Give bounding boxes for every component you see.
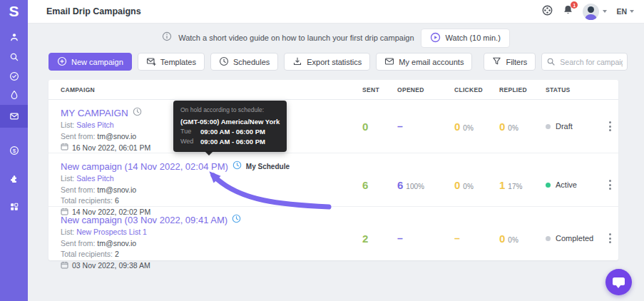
new-campaign-label: New campaign	[71, 58, 123, 66]
clicked-percent: 0%	[463, 183, 473, 190]
sidebar-item-integrations[interactable]	[0, 170, 28, 190]
tooltip-schedule-row: Wed 09:00 AM - 06:00 PM	[180, 138, 280, 146]
envelope-icon	[384, 56, 394, 68]
column-header-opened: OPENED	[397, 86, 454, 93]
tooltip-timezone: (GMT-05:00) America/New York	[180, 118, 280, 126]
search-icon	[9, 51, 20, 63]
campaign-date: 16 Nov 2022, 06:01 PM	[72, 143, 150, 152]
person-icon	[9, 31, 20, 43]
schedule-clock-icon[interactable]	[232, 160, 242, 173]
list-link[interactable]: Sales Pitch	[76, 174, 114, 183]
recipients-value: 2	[115, 250, 119, 258]
row-menu-button[interactable]	[606, 118, 614, 134]
my-email-accounts-button[interactable]: My email accounts	[376, 53, 472, 71]
table-row: New campaign (14 Nov 2022, 02:04 PM) My …	[48, 153, 618, 207]
sidebar-item-deliverability[interactable]	[0, 85, 28, 105]
notification-badge: 1	[571, 1, 578, 9]
schedules-button[interactable]: Schedules	[210, 53, 278, 71]
filters-label: Filters	[506, 58, 527, 66]
templates-button[interactable]: Templates	[138, 53, 205, 71]
replied-percent: 0%	[508, 236, 518, 244]
recipients-label: Total recipients:	[61, 196, 113, 205]
opened-value: 6	[397, 179, 403, 191]
notifications-button[interactable]: 1	[563, 4, 573, 19]
funnel-icon	[492, 56, 501, 67]
topbar-actions: 1 EN	[541, 4, 634, 20]
schedule-clock-icon[interactable]	[232, 213, 241, 226]
sent-value: 0	[362, 121, 368, 133]
email-drip-campaigns-page: S $	[0, 0, 644, 301]
status-badge: Active	[556, 180, 577, 189]
schedule-tooltip: On hold according to schedule: (GMT-05:0…	[173, 101, 287, 152]
sidebar-item-prospects[interactable]	[0, 27, 28, 47]
envelope-plus-icon	[146, 56, 156, 68]
sent-from-value: tm@snov.io	[97, 185, 136, 194]
sent-value: 2	[362, 233, 368, 245]
topbar: Email Drip Campaigns 1 EN	[28, 0, 644, 24]
schedule-day: Tue	[180, 128, 195, 136]
templates-label: Templates	[160, 58, 196, 66]
grid-icon	[9, 201, 20, 213]
tooltip-title: On hold according to schedule:	[180, 106, 280, 113]
table-row: MY CAMPAIGN List: Sales Pitch Sent from:…	[48, 100, 618, 153]
clicked-value: –	[454, 233, 460, 244]
export-statistics-button[interactable]: Export statistics	[284, 53, 370, 71]
sidebar-item-drip-campaigns[interactable]	[0, 106, 28, 126]
info-icon	[162, 31, 172, 44]
play-circle-icon	[430, 32, 441, 44]
opened-value: –	[397, 121, 403, 132]
list-label: List:	[61, 121, 74, 129]
help-icon[interactable]	[541, 4, 553, 19]
chat-widget-button[interactable]	[605, 269, 632, 295]
calendar-icon	[61, 143, 68, 152]
column-header-status: STATUS	[546, 86, 601, 93]
account-menu[interactable]	[583, 4, 607, 20]
chevron-down-icon	[603, 10, 607, 13]
svg-text:$: $	[12, 148, 16, 154]
campaign-title-link[interactable]: New campaign (14 Nov 2022, 02:04 PM)	[61, 161, 228, 172]
snov-logo[interactable]: S	[0, 3, 28, 20]
status-dot	[546, 183, 551, 188]
row-menu-button[interactable]	[606, 177, 614, 193]
sidebar-item-search[interactable]	[0, 47, 28, 67]
language-selector[interactable]: EN	[616, 7, 634, 16]
schedules-label: Schedules	[233, 58, 270, 66]
schedule-clock-icon[interactable]	[133, 106, 142, 119]
sent-from-value: tm@snov.io	[97, 239, 136, 248]
language-label: EN	[616, 7, 627, 16]
droplet-icon	[9, 89, 20, 101]
filters-button[interactable]: Filters	[484, 53, 536, 71]
list-link[interactable]: Sales Pitch	[76, 121, 114, 129]
recipients-label: Total recipients:	[61, 250, 113, 258]
column-header-campaign: CAMPAIGN	[48, 86, 362, 93]
replied-value: 1	[499, 179, 505, 191]
sidebar: S $	[0, 0, 28, 301]
banner-text: Watch a short video guide on how to laun…	[178, 34, 414, 42]
opened-percent: 100%	[406, 183, 424, 190]
list-label: List:	[61, 228, 74, 236]
watch-video-button[interactable]: Watch (10 min.)	[421, 29, 510, 48]
sidebar-item-apps[interactable]	[0, 197, 28, 217]
clicked-percent: 0%	[463, 124, 473, 132]
sidebar-item-verifier[interactable]	[0, 66, 28, 86]
campaign-title-link[interactable]: MY CAMPAIGN	[61, 108, 128, 118]
column-header-sent: SENT	[362, 86, 397, 93]
my-email-accounts-label: My email accounts	[399, 58, 464, 66]
sidebar-item-billing[interactable]: $	[0, 141, 28, 160]
list-link[interactable]: New Prospects List 1	[76, 228, 147, 236]
status-badge: Completed	[556, 234, 593, 243]
dollar-icon: $	[9, 145, 20, 156]
row-menu-button[interactable]	[606, 230, 614, 246]
schedule-day: Wed	[180, 138, 195, 146]
tooltip-caret	[205, 151, 213, 155]
schedule-name-label: My Schedule	[246, 163, 290, 170]
status-dot	[546, 236, 551, 241]
status-badge: Draft	[556, 122, 573, 131]
status-dot	[546, 124, 551, 129]
toolbar: New campaign Templates Schedules Export …	[48, 53, 618, 71]
new-campaign-button[interactable]: New campaign	[48, 53, 132, 71]
clicked-value: 0	[454, 179, 460, 191]
campaign-title-link[interactable]: New campaign (03 Nov 2022, 09:41 AM)	[61, 215, 228, 225]
tooltip-schedule-row: Tue 09:00 AM - 06:00 PM	[180, 128, 280, 136]
campaign-search	[541, 53, 628, 71]
